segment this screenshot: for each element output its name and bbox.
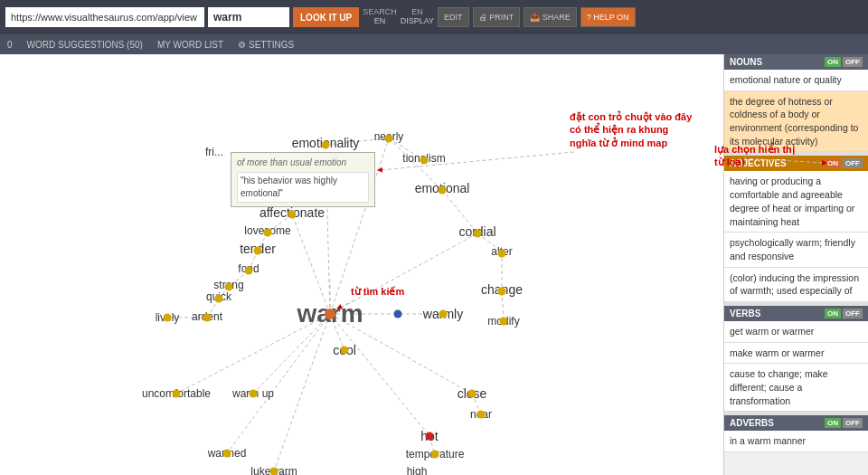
dot-fond <box>245 267 253 275</box>
noun-def-1[interactable]: emotional nature or quality <box>724 70 868 91</box>
dot-tender <box>254 247 262 255</box>
tooltip-definition: of more than usual emotion <box>237 157 369 169</box>
dot-ardent <box>203 314 212 322</box>
nouns-on-toggle[interactable]: ON <box>825 57 841 67</box>
verbs-header[interactable]: VERBS ON OFF <box>724 306 868 321</box>
main-area: line { stroke: #bbb; stroke-width: 1; st… <box>0 54 868 475</box>
dot-affectionate <box>288 211 297 219</box>
noun-def-2[interactable]: the degree of hotness or coldness of a b… <box>724 91 868 153</box>
dot-uncomfortable <box>173 390 181 398</box>
svg-line-26 <box>227 314 330 453</box>
verbs-toggle[interactable]: ON OFF <box>825 309 863 318</box>
dot-emotionality <box>322 141 330 149</box>
top-bar: https://www.visualthesaurus.com/app/view… <box>0 0 868 34</box>
adverbs-label: ADVERBS <box>730 418 774 428</box>
word-high[interactable]: high <box>407 465 428 475</box>
verbs-label: VERBS <box>730 309 760 318</box>
nouns-toggle[interactable]: ON OFF <box>825 57 863 67</box>
edit-button[interactable]: EDIT <box>438 7 469 27</box>
word-suggestions[interactable]: WORD SUGGESTIONS (50) <box>27 40 143 50</box>
dot-strong <box>225 283 233 291</box>
tooltip-example: "his behavior was highly emotional" <box>237 172 369 203</box>
verbs-on-toggle[interactable]: ON <box>825 309 841 318</box>
look-it-up-button[interactable]: LOOK IT UP <box>293 7 359 27</box>
dot-modify <box>500 318 508 326</box>
help-button[interactable]: ? HELP ON <box>580 7 636 27</box>
settings[interactable]: ⚙ SETTINGS <box>238 40 294 50</box>
adj-def-3[interactable]: (color) inducing the impression of warmt… <box>724 268 868 302</box>
word-count: 0 <box>7 40 13 50</box>
mind-map-canvas[interactable]: line { stroke: #bbb; stroke-width: 1; st… <box>0 54 723 475</box>
nouns-off-toggle[interactable]: OFF <box>843 57 863 67</box>
url-input[interactable]: https://www.visualthesaurus.com/app/view <box>5 7 204 27</box>
second-bar: 0 WORD SUGGESTIONS (50) MY WORD LIST ⚙ S… <box>0 34 868 54</box>
verb-def-2[interactable]: make warm or warmer <box>724 343 868 365</box>
dot-warmly <box>439 310 448 318</box>
dot-warm <box>325 309 335 319</box>
adverbs-on-toggle[interactable]: ON <box>825 418 841 428</box>
adverb-def-1[interactable]: in a warm manner <box>724 431 868 452</box>
search-label: SEARCHEN <box>363 8 397 26</box>
adj-on-toggle[interactable]: ON <box>825 158 841 168</box>
verbs-off-toggle[interactable]: OFF <box>843 309 863 318</box>
dot-nationalism <box>420 157 429 165</box>
dot-lukewarm <box>270 468 278 476</box>
adverbs-header[interactable]: ADVERBS ON OFF <box>724 415 868 431</box>
dot-lively <box>164 314 172 322</box>
adjectives-header[interactable]: ADJECTIVES ON OFF <box>724 156 868 171</box>
display-label: ENDISPLAY <box>401 8 434 26</box>
right-panel: NOUNS ON OFF emotional nature or quality… <box>723 54 868 475</box>
dot-cool <box>341 347 349 355</box>
dot-quick <box>215 295 223 303</box>
svg-line-27 <box>274 314 330 471</box>
dot-hot <box>426 432 434 441</box>
dot-selected <box>394 310 402 318</box>
dot-close <box>468 390 476 398</box>
search-input[interactable] <box>208 7 289 27</box>
dot-alter <box>498 250 506 258</box>
dot-warmed <box>223 450 231 458</box>
dot-temperature <box>431 451 439 459</box>
adj-def-1[interactable]: having or producing a comfortable and ag… <box>724 171 868 233</box>
adverbs-off-toggle[interactable]: OFF <box>843 418 863 428</box>
my-word-list[interactable]: MY WORD LIST <box>157 40 223 50</box>
adverbs-toggle[interactable]: ON OFF <box>825 418 863 428</box>
svg-line-24 <box>330 314 429 436</box>
dot-warm-up <box>250 390 258 398</box>
share-button[interactable]: 📤 SHARE <box>524 7 577 27</box>
nouns-header[interactable]: NOUNS ON OFF <box>724 54 868 70</box>
adjectives-label: ADJECTIVES <box>730 158 787 168</box>
print-button[interactable]: 🖨 PRINT <box>473 7 521 27</box>
adjectives-toggle[interactable]: ON OFF <box>825 158 863 168</box>
dot-nearly <box>385 135 393 143</box>
annotation-mouse-over: đặt con trỏ chuột vào đâycó thể hiện ra … <box>570 110 692 149</box>
nouns-label: NOUNS <box>730 57 762 67</box>
annotation-search-from: từ tìm kiếm <box>351 285 404 298</box>
verb-def-3[interactable]: cause to change; make different; cause a… <box>724 364 868 412</box>
dot-emotional <box>439 186 447 195</box>
adj-off-toggle[interactable]: OFF <box>843 158 863 168</box>
adj-def-2[interactable]: psychologically warm; friendly and respo… <box>724 233 868 267</box>
verb-def-1[interactable]: get warm or warmer <box>724 321 868 343</box>
dot-cordial <box>474 230 482 238</box>
dot-lovesome <box>264 229 272 237</box>
tooltip-popup: of more than usual emotion "his behavior… <box>231 152 375 207</box>
dot-near <box>477 411 486 419</box>
dot-change <box>498 288 506 296</box>
word-frill[interactable]: fri... <box>205 146 223 158</box>
